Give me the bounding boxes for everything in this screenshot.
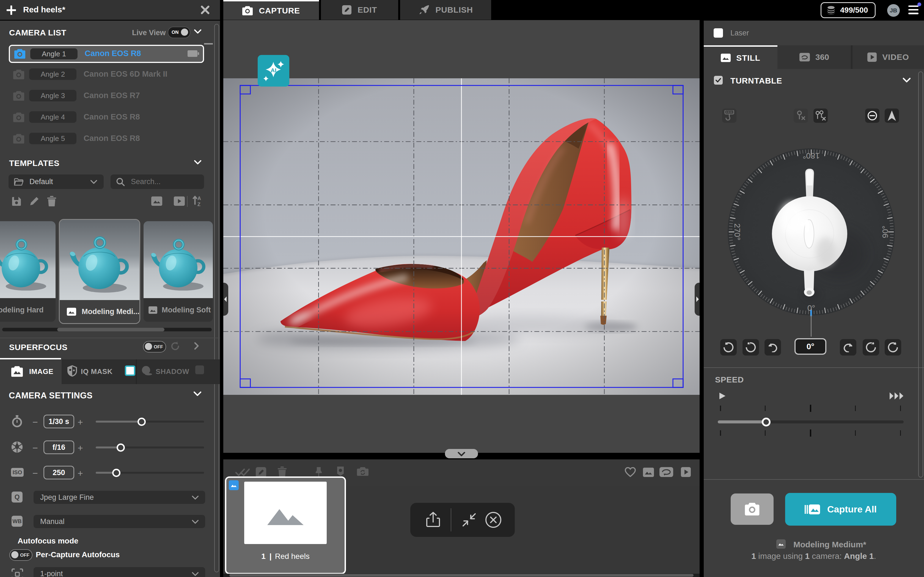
svg-text:180°: 180° [803,152,820,160]
svg-text:Z: Z [197,201,200,206]
svg-text:90°: 90° [880,226,890,238]
svg-text:A: A [197,196,201,201]
svg-text:AI: AI [271,67,276,73]
svg-text:270°: 270° [733,223,742,240]
